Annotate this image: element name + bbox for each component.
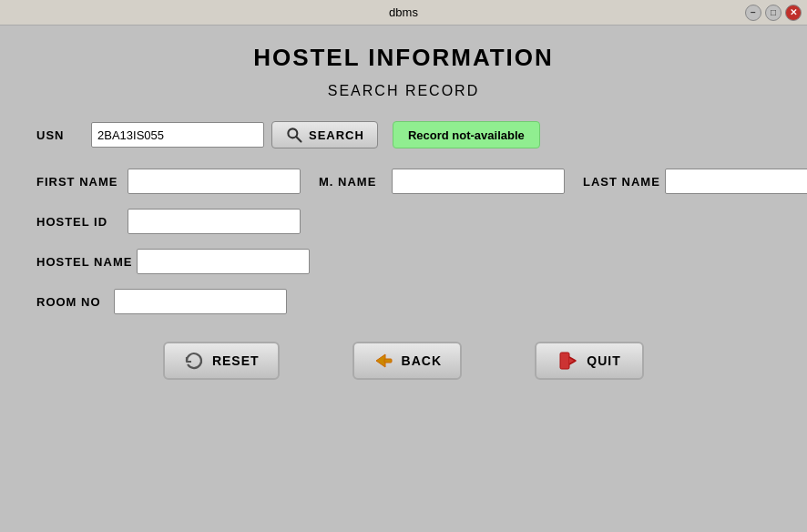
quit-button-label: QUIT: [587, 353, 620, 368]
svg-line-1: [296, 137, 301, 141]
usn-search-row: USN SEARCH Record not-available: [36, 121, 771, 148]
window-title: dbms: [389, 5, 418, 19]
svg-rect-4: [560, 353, 569, 369]
middlename-label: M. NAME: [319, 175, 392, 189]
middlename-input[interactable]: [392, 169, 565, 194]
section-title: SEARCH RECORD: [27, 83, 780, 99]
hostelname-input[interactable]: [137, 249, 310, 274]
status-box: Record not-available: [393, 121, 540, 148]
roomno-row: ROOM NO: [36, 289, 771, 314]
title-bar: dbms − □ ✕: [0, 0, 807, 26]
window-controls: − □ ✕: [745, 5, 802, 21]
reset-icon: [183, 350, 205, 372]
back-button-label: BACK: [402, 353, 442, 368]
middlename-group: M. NAME: [319, 169, 565, 194]
roomno-input[interactable]: [114, 289, 287, 314]
lastname-label: LAST NAME: [583, 175, 665, 189]
firstname-group: FIRST NAME: [36, 169, 301, 194]
firstname-label: FIRST NAME: [36, 175, 128, 189]
status-text: Record not-available: [408, 128, 525, 142]
main-content: HOSTEL INFORMATION SEARCH RECORD USN SEA…: [0, 26, 807, 532]
name-row: FIRST NAME M. NAME LAST NAME: [36, 169, 771, 194]
hostelid-input[interactable]: [128, 209, 301, 234]
reset-button[interactable]: RESET: [163, 342, 280, 380]
lastname-input[interactable]: [665, 169, 807, 194]
button-row: RESET BACK QUIT: [27, 342, 780, 380]
search-icon: [285, 126, 303, 144]
page-title: HOSTEL INFORMATION: [27, 44, 780, 72]
search-button[interactable]: SEARCH: [271, 121, 378, 148]
back-icon: [373, 350, 394, 372]
close-button[interactable]: ✕: [785, 5, 802, 21]
roomno-label: ROOM NO: [36, 295, 114, 309]
lastname-group: LAST NAME: [583, 169, 807, 194]
usn-label: USN: [36, 128, 91, 142]
svg-rect-3: [384, 359, 392, 363]
reset-button-label: RESET: [212, 353, 260, 368]
minimize-button[interactable]: −: [745, 5, 761, 21]
search-button-label: SEARCH: [309, 128, 364, 142]
firstname-input[interactable]: [128, 169, 301, 194]
quit-icon: [557, 350, 579, 372]
hostelname-label: HOSTEL NAME: [36, 255, 137, 269]
hostelid-row: HOSTEL ID: [36, 209, 771, 234]
usn-input[interactable]: [91, 122, 264, 148]
hostelid-label: HOSTEL ID: [36, 215, 128, 229]
back-button[interactable]: BACK: [352, 342, 462, 380]
maximize-button[interactable]: □: [765, 5, 781, 21]
hostelname-row: HOSTEL NAME: [36, 249, 771, 274]
quit-button[interactable]: QUIT: [535, 342, 644, 380]
form-area: USN SEARCH Record not-available FIRST NA…: [27, 121, 780, 314]
